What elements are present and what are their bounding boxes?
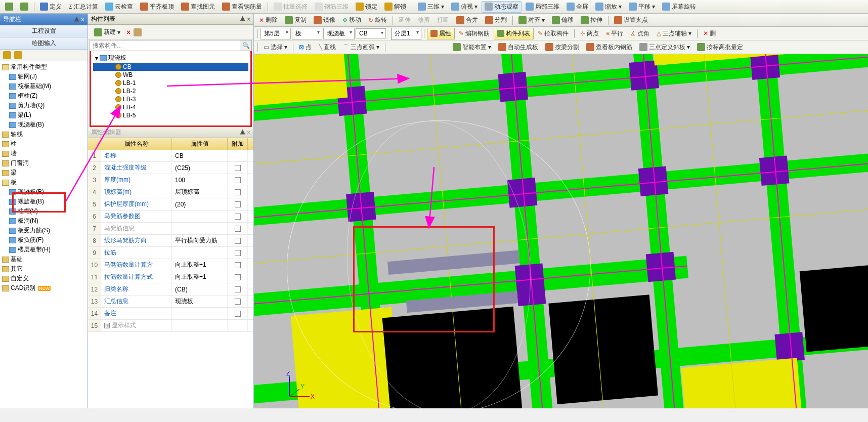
tb-rebar3d[interactable]: 钢筋三维 <box>312 1 352 13</box>
checkbox[interactable] <box>235 286 241 292</box>
nav-sec-project[interactable]: 工程设置 <box>0 25 88 37</box>
prop-row[interactable]: 15⊞ 显示样式 <box>88 320 253 332</box>
tree-item[interactable]: 梁 <box>1 168 86 178</box>
tb-cloudcheck[interactable]: 云检查 <box>102 1 136 13</box>
prop-row[interactable]: 13汇总信息现浇板 <box>88 296 253 308</box>
ctree-item[interactable]: LB-3 <box>93 95 248 103</box>
nav-view-icon1[interactable] <box>3 51 11 59</box>
combo-comp[interactable]: CB <box>356 28 386 38</box>
btn-arc[interactable]: ⌒ 三点画弧 ▾ <box>340 41 382 53</box>
btn-batch[interactable]: 按标高批量定 <box>694 41 746 53</box>
clist-copy-icon[interactable] <box>134 28 142 36</box>
tb-lock[interactable]: 锁定 <box>353 1 380 13</box>
btn-ptang[interactable]: ∡ 点角 <box>627 28 653 39</box>
ctree-item[interactable]: LB-4 <box>93 103 248 111</box>
close-icon[interactable]: × <box>81 16 84 23</box>
tree-item[interactable]: 板 <box>1 178 86 187</box>
tb-rebar-qty[interactable]: 查看钢筋量 <box>219 1 265 13</box>
tree-item[interactable]: 筏板基础(M) <box>1 81 86 91</box>
eb-move[interactable]: ✥ 移动 <box>339 14 364 26</box>
tree-item[interactable]: 柱 <box>1 139 86 149</box>
eb-grips[interactable]: 设置夹点 <box>611 14 651 26</box>
prop-row[interactable]: 7马凳筋信息 <box>88 223 253 235</box>
tree-item[interactable]: 墙 <box>1 149 86 158</box>
tb-batchsel[interactable]: 批量选择 <box>271 1 311 13</box>
tb-screenrot[interactable]: 屏幕旋转 <box>659 1 699 13</box>
eb-copy[interactable]: 复制 <box>282 14 310 26</box>
close-icon[interactable]: × <box>247 129 250 136</box>
close-icon[interactable]: × <box>247 16 250 23</box>
tree-item[interactable]: 柱帽(V) <box>1 206 86 216</box>
clist-new[interactable]: 新建 ▾ <box>91 26 123 38</box>
tb-pan[interactable]: 平移 ▾ <box>626 1 658 13</box>
btn-threept[interactable]: 三点定义斜板 ▾ <box>636 41 693 53</box>
prop-row[interactable]: 12归类名称(CB) <box>88 283 253 296</box>
qat-redo[interactable] <box>17 1 31 12</box>
tb-topview[interactable]: 俯视 ▾ <box>448 1 481 13</box>
btn-clist[interactable]: 构件列表 <box>494 28 534 39</box>
checkbox[interactable] <box>235 189 241 195</box>
tree-item[interactable]: 楼层板带(H) <box>1 245 86 255</box>
tree-item[interactable]: 剪力墙(Q) <box>1 101 86 110</box>
eb-break[interactable]: 打断 <box>434 14 452 26</box>
tree-item[interactable]: 板受力筋(S) <box>1 226 86 235</box>
prop-row[interactable]: 3厚度(mm)100 <box>88 174 253 186</box>
checkbox[interactable] <box>235 274 241 280</box>
prop-row[interactable]: 10马凳筋数量计算方向上取整+1 <box>88 259 253 271</box>
search-button[interactable]: 🔍 <box>240 40 251 51</box>
eb-del[interactable]: ✕ 删除 <box>256 14 281 26</box>
eb-stretch[interactable]: 拉伸 <box>578 14 605 26</box>
tb-unlock[interactable]: 解锁 <box>381 1 409 13</box>
checkbox[interactable] <box>235 250 241 256</box>
tb-3d[interactable]: 三维 ▾ <box>415 1 447 13</box>
tree-item[interactable]: 螺旋板(B) <box>1 197 86 206</box>
eb-merge[interactable]: 合并 <box>453 14 481 26</box>
tree-item[interactable]: 门窗洞 <box>1 158 86 168</box>
tree-item[interactable]: 轴网(J) <box>1 72 86 81</box>
tree-item[interactable]: 现浇板(B) <box>1 120 86 130</box>
tree-item[interactable]: 自定义 <box>1 274 86 283</box>
eb-extend[interactable]: 延伸 <box>396 14 414 26</box>
combo-cat[interactable]: 板 <box>292 28 322 39</box>
tree-item[interactable]: 板负筋(F) <box>1 235 86 245</box>
tree-item[interactable]: 板洞(N) <box>1 216 86 226</box>
tree-item[interactable]: 梁(L) <box>1 110 86 120</box>
nav-sec-draw[interactable]: 绘图输入 <box>0 37 88 50</box>
pin-icon[interactable] <box>240 16 245 21</box>
tb-zoom[interactable]: 缩放 ▾ <box>592 1 625 13</box>
tree-item[interactable]: 轴线 <box>1 130 86 139</box>
tb-flattop[interactable]: 平齐板顶 <box>137 1 177 13</box>
checkbox[interactable] <box>235 226 241 232</box>
tree-item[interactable]: CAD识别 NEW <box>1 283 86 293</box>
eb-rotate[interactable]: ↻ 旋转 <box>365 14 390 26</box>
checkbox[interactable] <box>235 311 241 317</box>
search-input[interactable] <box>90 40 240 51</box>
prop-row[interactable]: 8线形马凳筋方向平行横向受力筋 <box>88 235 253 247</box>
checkbox[interactable] <box>235 214 241 220</box>
eb-align[interactable]: 对齐 ▾ <box>515 14 548 26</box>
eb-trim[interactable]: 修剪 <box>415 14 433 26</box>
combo-type[interactable]: 现浇板 <box>323 28 355 39</box>
eb-offset[interactable]: 偏移 <box>549 14 577 26</box>
btn-parallel[interactable]: ≡ 平行 <box>603 28 626 39</box>
ctree-item[interactable]: LB-2 <box>93 87 248 95</box>
tb-sum[interactable]: Σ 汇总计算 <box>66 1 101 13</box>
nav-view-icon2[interactable] <box>14 51 22 59</box>
btn-line[interactable]: ╲ 直线 <box>316 41 339 53</box>
btn-attr[interactable]: 属性 <box>427 28 455 39</box>
btn-delaux[interactable]: ✕ 删 <box>700 28 719 39</box>
tb-define[interactable]: 定义 <box>37 1 65 13</box>
tree-item[interactable]: 常用构件类型 <box>1 62 86 72</box>
ctree-root[interactable]: ▾ 现浇板 <box>93 53 248 63</box>
checkbox[interactable] <box>235 299 241 305</box>
prop-row[interactable]: 14备注 <box>88 308 253 320</box>
ctree-item[interactable]: LB-5 <box>93 111 248 119</box>
eb-mirror[interactable]: 镜像 <box>311 14 338 26</box>
btn-innerrebar[interactable]: 查看板内钢筋 <box>583 41 635 53</box>
clist-search[interactable]: 🔍 <box>90 40 252 51</box>
btn-select[interactable]: ▭ 选择 ▾ <box>261 41 290 53</box>
ctree-item[interactable]: CB <box>93 63 248 71</box>
checkbox[interactable] <box>235 177 241 183</box>
clist-delete-icon[interactable]: × <box>126 28 131 36</box>
checkbox[interactable] <box>235 165 241 171</box>
